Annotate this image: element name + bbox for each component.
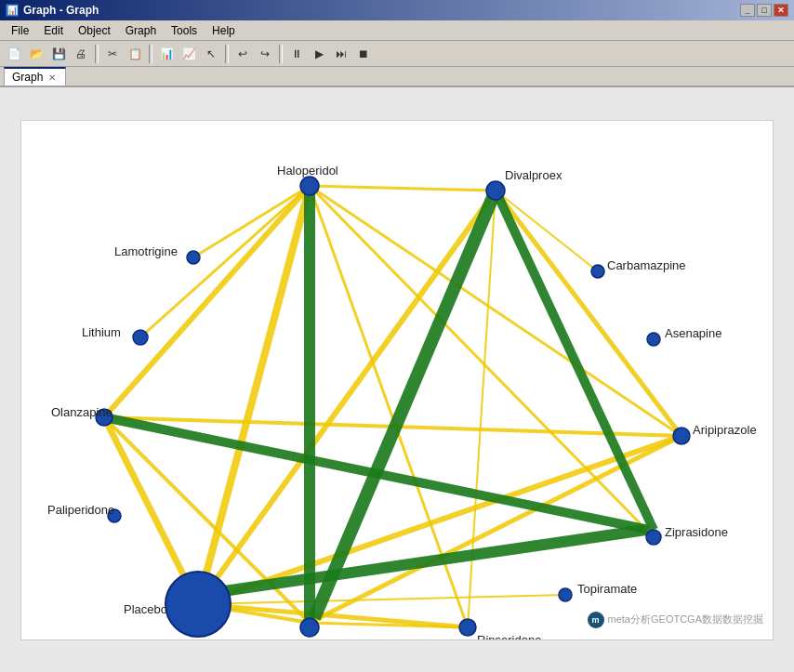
toolbar-sep1 (95, 45, 99, 63)
label-aripiprazole: Aripiprazole (693, 423, 757, 437)
svg-line-2 (140, 186, 310, 337)
end-button[interactable]: ⏹ (353, 44, 374, 64)
label-asenapine: Asenapine (665, 326, 721, 340)
tab-bar: Graph ✕ (0, 67, 794, 87)
cut-button[interactable]: ✂ (102, 44, 123, 64)
menu-bar: File Edit Object Graph Tools Help (0, 20, 794, 41)
graph-canvas[interactable]: Haloperidol Divalproex Lamotrigine Carba… (20, 120, 774, 640)
menu-object[interactable]: Object (71, 22, 118, 39)
label-ziprasidone: Ziprasidone (665, 525, 728, 539)
title-bar: 📊 Graph - Graph _ □ ✕ (0, 0, 794, 20)
undo-button[interactable]: ↩ (232, 44, 253, 64)
svg-line-4 (310, 186, 682, 436)
svg-point-38 (559, 588, 572, 601)
line-chart-button[interactable]: 📈 (179, 44, 199, 64)
svg-point-37 (300, 618, 319, 637)
label-topiramate: Topiramate (577, 582, 637, 596)
menu-graph[interactable]: Graph (118, 22, 164, 39)
tab-graph-label: Graph (12, 71, 43, 84)
svg-point-27 (486, 181, 505, 200)
cursor-button[interactable]: ↖ (201, 44, 221, 64)
label-paliperidone: Paliperidone (47, 503, 114, 517)
new-button[interactable]: 📄 (4, 44, 24, 64)
label-olanzapine: Olanzapine (51, 405, 112, 419)
label-haloperidol: Haloperidol (277, 164, 338, 178)
svg-line-0 (310, 186, 496, 191)
menu-file[interactable]: File (4, 22, 36, 39)
svg-point-39 (459, 619, 476, 636)
svg-point-30 (133, 330, 148, 345)
window-title: Graph - Graph (23, 4, 99, 17)
bar-chart-button[interactable]: 📊 (156, 44, 177, 64)
label-divalproex: Divalproex (505, 168, 562, 182)
graph-svg: Haloperidol Divalproex Lamotrigine Carba… (21, 121, 774, 640)
toolbar-sep2 (149, 45, 152, 63)
tab-close-button[interactable]: ✕ (46, 72, 58, 83)
redo-button[interactable]: ↪ (255, 44, 275, 64)
svg-point-26 (300, 177, 319, 195)
step-button[interactable]: ⏭ (331, 44, 351, 64)
svg-point-33 (673, 428, 690, 444)
print-button[interactable]: 🖨 (71, 44, 91, 64)
label-quetiapine: Quetiapaine (268, 638, 333, 640)
svg-point-36 (165, 572, 231, 637)
copy-button[interactable]: 📋 (125, 44, 145, 64)
pause-button[interactable]: ⏸ (286, 44, 307, 64)
save-button[interactable]: 💾 (48, 44, 69, 64)
label-carbamazpine: Carbamazpine (607, 258, 686, 272)
maximize-button[interactable]: □ (757, 4, 772, 17)
open-button[interactable]: 📂 (26, 44, 46, 64)
svg-point-28 (187, 251, 200, 264)
play-button[interactable]: ▶ (309, 44, 329, 64)
label-lithium: Lithium (82, 325, 121, 339)
close-button[interactable]: ✕ (774, 4, 788, 17)
watermark: m meta分析GEOTCGA数据数据挖掘 (588, 612, 763, 628)
toolbar-sep4 (279, 45, 283, 63)
app-icon: 📊 (6, 4, 19, 17)
watermark-text: meta分析GEOTCGA数据数据挖掘 (608, 613, 763, 626)
toolbar-sep3 (225, 45, 229, 63)
toolbar: 📄 📂 💾 🖨 ✂ 📋 📊 📈 ↖ ↩ ↪ ⏸ ▶ ⏭ ⏹ (0, 41, 794, 67)
tab-graph[interactable]: Graph ✕ (4, 67, 66, 86)
window-controls: _ □ ✕ (740, 4, 788, 17)
menu-tools[interactable]: Tools (164, 22, 205, 39)
watermark-icon: m (588, 612, 604, 628)
svg-point-35 (646, 530, 661, 545)
minimize-button[interactable]: _ (740, 4, 755, 17)
svg-line-22 (496, 191, 654, 530)
svg-point-31 (647, 333, 660, 346)
menu-help[interactable]: Help (205, 22, 243, 39)
svg-point-29 (591, 265, 604, 278)
label-ripseridone: Ripseridone (477, 633, 541, 640)
label-placebo: Placebo (124, 602, 167, 616)
main-content: Haloperidol Divalproex Lamotrigine Carba… (0, 87, 794, 672)
label-lamotrigine: Lamotrigine (114, 244, 178, 258)
svg-line-18 (198, 595, 565, 604)
menu-edit[interactable]: Edit (36, 22, 71, 39)
